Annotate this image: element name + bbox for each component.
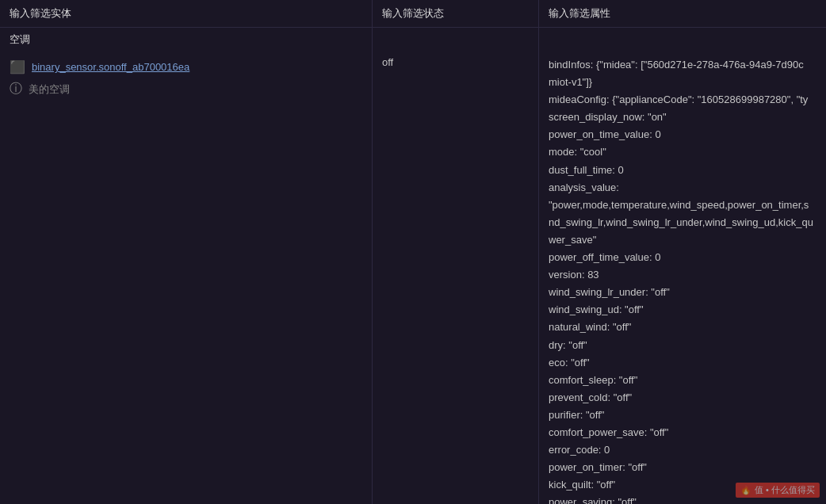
sensor-icon: ⬛ <box>10 59 25 74</box>
watermark-icon: 🔥 <box>740 485 751 495</box>
attribute-line: purifier: "off" <box>549 407 816 424</box>
attribute-line: wer_save" <box>549 231 816 249</box>
attribute-line: power_on_time_value: 0 <box>549 126 816 143</box>
section-title-attributes <box>539 28 826 50</box>
state-header-label: 输入筛选状态 <box>382 7 444 19</box>
col-state-header: 输入筛选状态 <box>373 0 539 27</box>
watermark: 🔥 值 • 什么值得买 <box>736 483 820 498</box>
attributes-column: bindInfos: {"midea": ["560d271e-278a-476… <box>539 50 826 504</box>
attribute-line: nd_swing_lr,wind_swing_lr_under,wind_swi… <box>549 214 816 231</box>
attribute-line: dry: "off" <box>549 337 816 354</box>
attribute-line: eco: "off" <box>549 354 816 372</box>
section-title-state <box>373 28 539 50</box>
entity-item-sensor[interactable]: ⬛ binary_sensor.sonoff_ab700016ea <box>0 56 372 78</box>
attribute-line: comfort_power_save: "off" <box>549 424 816 441</box>
entity-link[interactable]: binary_sensor.sonoff_ab700016ea <box>32 61 189 73</box>
state-column: off <box>373 50 539 504</box>
section-title-row: 空调 <box>0 28 826 50</box>
attribute-line: dust_full_time: 0 <box>549 162 816 179</box>
attribute-line: wind_swing_ud: "off" <box>549 301 816 319</box>
section-entity-label: 空调 <box>10 33 30 45</box>
attribute-line: natural_wind: "off" <box>549 319 816 336</box>
main-layout: 输入筛选实体 输入筛选状态 输入筛选属性 空调 ⬛ binary_sensor.… <box>0 0 826 504</box>
attribute-line: prevent_cold: "off" <box>549 389 816 407</box>
state-value: off <box>382 56 529 68</box>
attribute-line: power_on_timer: "off" <box>549 459 816 476</box>
attribute-line: analysis_value: <box>549 179 816 197</box>
attribute-line: mideaConfig: {"applianceCode": "16052869… <box>549 91 816 109</box>
attribute-line: wind_swing_lr_under: "off" <box>549 284 816 301</box>
attribute-line: comfort_sleep: "off" <box>549 372 816 389</box>
watermark-text: 值 • 什么值得买 <box>755 484 815 496</box>
attribute-line: miot-v1"]} <box>549 74 816 91</box>
attribute-line: error_code: 0 <box>549 441 816 459</box>
entity-column: ⬛ binary_sensor.sonoff_ab700016ea ⓘ 美的空调 <box>0 50 373 504</box>
attribute-line: power_off_time_value: 0 <box>549 249 816 266</box>
watermark-box: 🔥 值 • 什么值得买 <box>736 483 820 498</box>
attributes-header-label: 输入筛选属性 <box>549 7 610 19</box>
section-title-entity: 空调 <box>0 28 373 50</box>
info-icon: ⓘ <box>10 81 22 97</box>
col-entity-header: 输入筛选实体 <box>0 0 373 27</box>
attribute-line: screen_display_now: "on" <box>549 109 816 126</box>
header-row: 输入筛选实体 输入筛选状态 输入筛选属性 <box>0 0 826 28</box>
attribute-line: "power,mode,temperature,wind_speed,power… <box>549 197 816 214</box>
col-attributes-header: 输入筛选属性 <box>539 0 826 27</box>
attribute-line: version: 83 <box>549 266 816 284</box>
entity-subtitle-row: ⓘ 美的空调 <box>0 78 372 101</box>
attribute-line: mode: "cool" <box>549 143 816 161</box>
entity-subtitle-text: 美的空调 <box>29 82 70 97</box>
entity-header-label: 输入筛选实体 <box>10 7 71 19</box>
content-row: ⬛ binary_sensor.sonoff_ab700016ea ⓘ 美的空调… <box>0 50 826 504</box>
attribute-line: bindInfos: {"midea": ["560d271e-278a-476… <box>549 56 816 74</box>
